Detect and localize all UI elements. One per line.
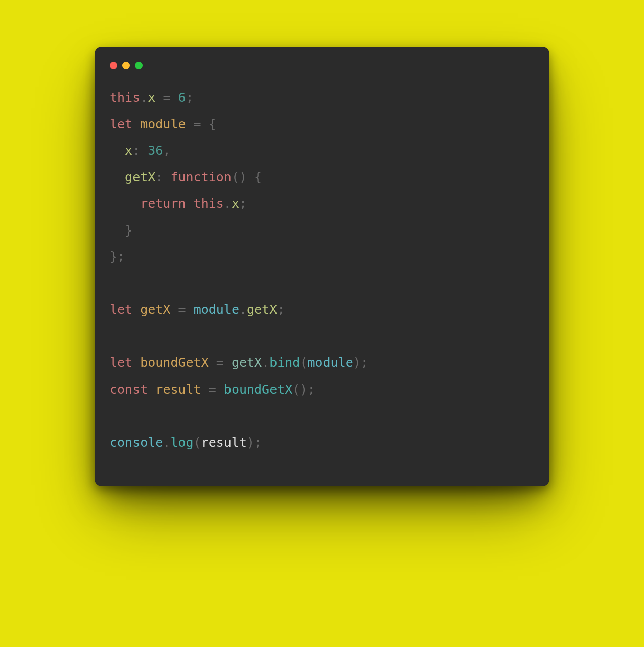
code-token: log bbox=[170, 435, 193, 450]
code-token: ( bbox=[300, 355, 307, 370]
code-token: : bbox=[155, 170, 163, 184]
code-token bbox=[132, 302, 140, 317]
maximize-icon[interactable] bbox=[135, 62, 143, 69]
code-token bbox=[132, 117, 140, 131]
code-token: , bbox=[163, 143, 170, 158]
code-token bbox=[155, 90, 163, 105]
code-token: getX bbox=[125, 170, 155, 184]
code-token: 6 bbox=[178, 90, 186, 105]
code-token: let bbox=[110, 117, 132, 131]
code-token: module bbox=[140, 117, 186, 131]
code-token: result bbox=[155, 382, 201, 397]
code-token: . bbox=[163, 435, 170, 450]
code-token: ; bbox=[307, 382, 315, 397]
code-token bbox=[110, 223, 125, 238]
code-token: = bbox=[163, 90, 170, 105]
code-token: ( bbox=[292, 382, 300, 397]
code-token: ) bbox=[353, 355, 361, 370]
code-token: bind bbox=[269, 355, 300, 370]
code-token: . bbox=[140, 90, 148, 105]
code-block: this.x = 6; let module = { x: 36, getX: … bbox=[110, 84, 534, 456]
code-token: getX bbox=[247, 302, 277, 317]
window-titlebar bbox=[110, 60, 534, 84]
code-token bbox=[186, 117, 194, 131]
code-token bbox=[186, 196, 194, 211]
code-token: ; bbox=[277, 302, 285, 317]
code-token: ; bbox=[186, 90, 194, 105]
code-token: ; bbox=[239, 196, 247, 211]
code-token bbox=[186, 302, 194, 317]
code-token: = bbox=[194, 117, 201, 131]
code-window: this.x = 6; let module = { x: 36, getX: … bbox=[95, 47, 549, 486]
code-token: ; bbox=[361, 355, 369, 370]
code-token: module bbox=[194, 302, 239, 317]
code-token: ; bbox=[254, 435, 262, 450]
code-token: . bbox=[224, 196, 232, 211]
code-token: ; bbox=[117, 249, 125, 264]
code-token: function bbox=[170, 170, 231, 184]
code-token: . bbox=[262, 355, 269, 370]
code-token: this bbox=[194, 196, 224, 211]
code-token: x bbox=[232, 196, 239, 211]
minimize-icon[interactable] bbox=[122, 62, 130, 69]
code-token: result bbox=[201, 435, 247, 450]
canvas: this.x = 6; let module = { x: 36, getX: … bbox=[0, 0, 644, 647]
code-token: } bbox=[110, 249, 117, 264]
code-token: let bbox=[110, 355, 132, 370]
code-token bbox=[132, 355, 140, 370]
code-token bbox=[201, 382, 209, 397]
code-token: ) bbox=[239, 170, 247, 184]
code-token bbox=[170, 302, 178, 317]
code-token bbox=[170, 90, 178, 105]
code-token bbox=[216, 382, 224, 397]
code-token bbox=[148, 382, 155, 397]
code-token: { bbox=[254, 170, 262, 184]
code-token: let bbox=[110, 302, 132, 317]
code-token: const bbox=[110, 382, 148, 397]
code-token: 36 bbox=[148, 143, 163, 158]
code-token: = bbox=[216, 355, 224, 370]
code-token: = bbox=[209, 382, 216, 397]
code-token bbox=[110, 143, 125, 158]
code-token bbox=[110, 196, 140, 211]
code-token: ) bbox=[247, 435, 254, 450]
code-token: ) bbox=[300, 382, 307, 397]
code-token: boundGetX bbox=[224, 382, 292, 397]
code-token: this bbox=[110, 90, 140, 105]
code-token bbox=[201, 117, 209, 131]
code-token: ( bbox=[194, 435, 201, 450]
code-token: console bbox=[110, 435, 163, 450]
code-token: { bbox=[209, 117, 216, 131]
code-token bbox=[163, 170, 170, 184]
code-token: x bbox=[125, 143, 132, 158]
code-token: return bbox=[140, 196, 186, 211]
code-token bbox=[140, 143, 148, 158]
close-icon[interactable] bbox=[110, 62, 117, 69]
code-token: = bbox=[178, 302, 186, 317]
code-token bbox=[224, 355, 232, 370]
code-token bbox=[247, 170, 254, 184]
code-token: } bbox=[125, 223, 132, 238]
code-token: module bbox=[307, 355, 353, 370]
code-token bbox=[110, 170, 125, 184]
code-token: boundGetX bbox=[140, 355, 208, 370]
code-token bbox=[209, 355, 216, 370]
code-token: ( bbox=[232, 170, 239, 184]
code-token: getX bbox=[140, 302, 170, 317]
code-token: : bbox=[132, 143, 140, 158]
code-token: getX bbox=[232, 355, 262, 370]
code-token: . bbox=[239, 302, 247, 317]
code-token: x bbox=[148, 90, 155, 105]
